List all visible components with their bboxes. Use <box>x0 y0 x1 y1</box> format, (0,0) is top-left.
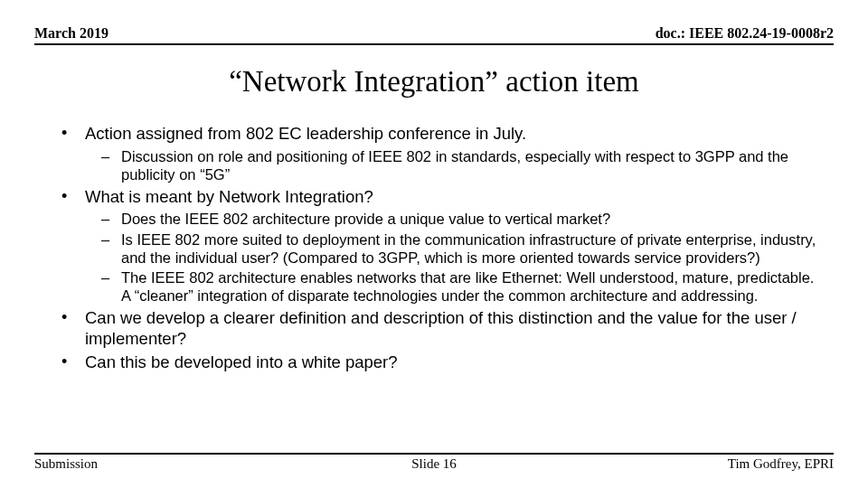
slide: March 2019 doc.: IEEE 802.24-19-0008r2 “… <box>0 0 868 488</box>
bullet-item: Can this be developed into a white paper… <box>42 352 826 373</box>
sub-bullet-item: Discussion on role and positioning of IE… <box>85 147 826 183</box>
sub-bullet-list: Discussion on role and positioning of IE… <box>85 147 826 183</box>
header-doc-id: doc.: IEEE 802.24-19-0008r2 <box>656 25 834 42</box>
bullet-item: Action assigned from 802 EC leadership c… <box>42 124 826 183</box>
bullet-list: Action assigned from 802 EC leadership c… <box>42 124 826 373</box>
bullet-text: Can this be developed into a white paper… <box>85 352 398 371</box>
footer-bar: Submission Slide 16 Tim Godfrey, EPRI <box>34 453 834 472</box>
header-bar: March 2019 doc.: IEEE 802.24-19-0008r2 <box>34 25 834 45</box>
bullet-item: What is meant by Network Integration? Do… <box>42 187 826 305</box>
bullet-text: Action assigned from 802 EC leadership c… <box>85 124 526 143</box>
bullet-text: What is meant by Network Integration? <box>85 187 373 206</box>
footer-left: Submission <box>34 456 98 472</box>
footer-slide-number: Slide 16 <box>411 456 457 472</box>
sub-bullet-item: The IEEE 802 architecture enables networ… <box>85 268 826 305</box>
bullet-item: Can we develop a clearer definition and … <box>42 308 826 349</box>
header-date: March 2019 <box>34 25 108 42</box>
sub-bullet-item: Is IEEE 802 more suited to deployment in… <box>85 230 826 267</box>
sub-bullet-list: Does the IEEE 802 architecture provide a… <box>85 210 826 305</box>
slide-title: “Network Integration” action item <box>34 65 834 99</box>
footer-author: Tim Godfrey, EPRI <box>728 456 834 472</box>
bullet-text: Can we develop a clearer definition and … <box>85 308 797 348</box>
body-content: Action assigned from 802 EC leadership c… <box>34 124 834 373</box>
sub-bullet-item: Does the IEEE 802 architecture provide a… <box>85 210 826 228</box>
